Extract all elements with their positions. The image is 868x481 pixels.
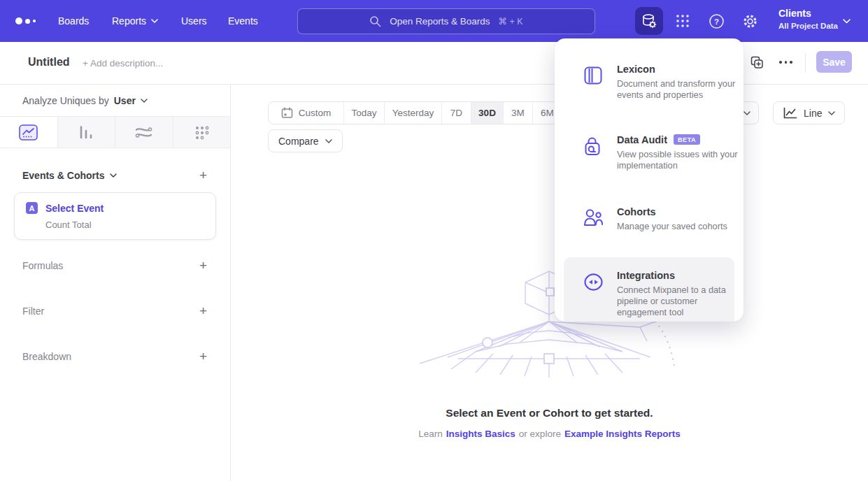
mixpanel-app: Boards Reports Users Events Open Reports…: [0, 0, 868, 481]
data-management-menu: Lexicon Document and transform your even…: [555, 38, 744, 322]
menu-item-description: View possible issues with your implement…: [617, 149, 741, 171]
date-range-label: 7D: [450, 108, 462, 118]
analyze-by-selector[interactable]: User: [114, 95, 148, 106]
select-event-label[interactable]: Select Event: [45, 203, 104, 214]
filter-section: Filter +: [0, 304, 230, 317]
line-chart-tab-icon: [19, 124, 38, 141]
duplicate-icon: [750, 55, 764, 69]
svg-text:?: ?: [713, 17, 718, 25]
save-button[interactable]: Save: [816, 51, 852, 73]
nav-item-label: Users: [181, 15, 207, 27]
settings-button[interactable]: [740, 11, 760, 31]
date-range-label: 30D: [478, 108, 496, 118]
event-letter-badge: A: [26, 202, 38, 214]
tab-insights-line[interactable]: [0, 117, 57, 148]
add-event-button[interactable]: +: [199, 168, 207, 182]
date-range-3m[interactable]: 3M: [504, 102, 533, 124]
count-total-selector[interactable]: Count Total: [45, 220, 215, 230]
menu-item-integrations[interactable]: Integrations Connect Mixpanel to a data …: [564, 257, 734, 322]
analyze-row: Analyze Uniques by User: [0, 85, 230, 117]
more-options-button[interactable]: [779, 61, 792, 64]
connector-text: or explore: [519, 429, 561, 439]
menu-item-description: Document and transform your events and p…: [617, 78, 741, 101]
chart-type-selector[interactable]: Line: [773, 101, 845, 124]
nav-item-boards[interactable]: Boards: [58, 0, 89, 42]
example-reports-link[interactable]: Example Insights Reports: [564, 429, 681, 439]
events-cohorts-label: Events & Cohorts: [22, 170, 104, 181]
compare-button[interactable]: Compare: [268, 129, 343, 152]
query-sidebar: Analyze Uniques by User: [0, 85, 231, 481]
date-range-yesterday[interactable]: Yesterday: [385, 102, 442, 124]
global-search-input[interactable]: Open Reports & Boards ⌘ + K: [297, 8, 595, 34]
menu-item-data-audit[interactable]: Data Audit BETA View possible issues wit…: [564, 127, 734, 180]
nav-item-events[interactable]: Events: [228, 0, 258, 42]
duplicate-report-button[interactable]: [750, 55, 765, 71]
integrations-sync-icon: [583, 271, 604, 293]
date-range-custom[interactable]: Custom: [269, 102, 344, 124]
add-filter-button[interactable]: +: [199, 304, 207, 317]
calendar-icon: [281, 107, 293, 119]
tab-bar-chart[interactable]: [57, 117, 115, 148]
date-range-label: 3M: [511, 108, 525, 118]
chevron-down-icon: [325, 139, 332, 143]
nav-item-label: Boards: [58, 15, 89, 27]
date-range-today[interactable]: Today: [344, 102, 385, 124]
menu-item-description: Connect Mixpanel to a data pipeline or c…: [617, 285, 741, 318]
apps-grid-button[interactable]: [673, 11, 692, 31]
beta-badge: BETA: [674, 134, 700, 145]
empty-state-links: Learn Insights Basics or explore Example…: [231, 429, 868, 439]
events-cohorts-toggle[interactable]: Events & Cohorts: [22, 170, 117, 181]
insights-basics-link[interactable]: Insights Basics: [446, 429, 515, 439]
formulas-label: Formulas: [22, 260, 63, 271]
top-nav: Boards Reports Users Events Open Reports…: [0, 0, 868, 42]
data-management-button[interactable]: [635, 7, 663, 35]
chevron-down-icon: [141, 99, 148, 103]
nav-item-label: Events: [228, 15, 258, 27]
apps-grid-icon: [675, 13, 690, 29]
chart-type-label: Line: [804, 108, 822, 119]
formulas-section: Formulas +: [0, 259, 230, 272]
menu-item-description: Manage your saved cohorts: [617, 221, 741, 232]
bar-chart-tab-icon: [78, 125, 94, 140]
nav-item-reports[interactable]: Reports: [112, 0, 158, 42]
nav-item-label: Reports: [112, 15, 146, 27]
date-range-7d[interactable]: 7D: [442, 102, 471, 124]
menu-item-title: Cohorts: [617, 206, 656, 217]
cohorts-people-icon: [583, 208, 604, 227]
project-selector[interactable]: Clients All Project Data: [778, 8, 838, 30]
chart-area: Custom Today Yesterday 7D 30D 3M 6M Comp…: [231, 85, 868, 481]
breakdown-label: Breakdown: [22, 351, 71, 362]
search-placeholder: Open Reports & Boards: [390, 16, 490, 27]
line-chart-icon: [783, 107, 797, 120]
add-formula-button[interactable]: +: [199, 259, 207, 272]
breakdown-section: Breakdown +: [0, 350, 230, 363]
nav-item-users[interactable]: Users: [181, 0, 207, 42]
menu-item-lexicon[interactable]: Lexicon Document and transform your even…: [564, 57, 734, 109]
mixpanel-logo[interactable]: [15, 17, 36, 24]
date-range-label: Today: [351, 108, 376, 118]
chevron-down-icon: [744, 111, 750, 115]
report-title[interactable]: Untitled: [28, 56, 70, 69]
gear-icon: [742, 13, 758, 29]
date-range-30d[interactable]: 30D: [471, 102, 504, 124]
menu-item-title: Integrations: [617, 270, 675, 281]
menu-item-cohorts[interactable]: Cohorts Manage your saved cohorts: [564, 199, 734, 240]
project-scope: All Project Data: [778, 22, 838, 30]
compare-label: Compare: [278, 136, 319, 147]
tab-retention[interactable]: [173, 117, 231, 148]
date-range-label: Yesterday: [392, 108, 434, 118]
project-name: Clients: [778, 8, 838, 19]
add-description-field[interactable]: + Add description...: [83, 58, 163, 69]
retention-tab-icon: [194, 125, 209, 140]
empty-state-title: Select an Event or Cohort to get started…: [231, 407, 868, 419]
add-breakdown-button[interactable]: +: [199, 350, 207, 363]
event-card[interactable]: A Select Event Count Total: [14, 192, 216, 240]
chevron-down-icon: [110, 173, 117, 178]
chevron-down-icon: [843, 19, 851, 24]
divider: [805, 53, 806, 73]
chevron-down-icon: [828, 111, 835, 115]
help-button[interactable]: ?: [706, 11, 726, 31]
chart-type-tabs: [0, 117, 230, 148]
tab-flows[interactable]: [115, 117, 173, 148]
help-icon: ?: [709, 13, 725, 29]
